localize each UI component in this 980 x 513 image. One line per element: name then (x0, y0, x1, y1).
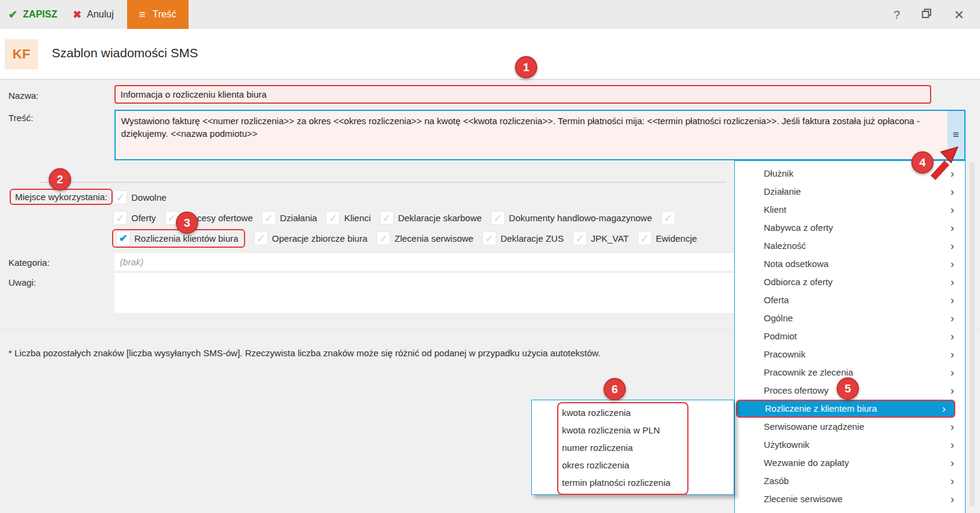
submenu-item[interactable]: numer rozliczenia (532, 439, 734, 456)
close-icon[interactable]: ✕ (953, 8, 964, 21)
nazwa-input[interactable]: Informacja o rozliczeniu klienta biura (114, 85, 931, 104)
annotation-badge-6: 6 (604, 378, 626, 400)
menu-item[interactable]: Nota odsetkowa› (735, 255, 965, 273)
usage-option-dowolne[interactable]: ✓ Dowolne (113, 190, 166, 204)
checkbox-icon[interactable]: ✓ (262, 211, 276, 225)
usage-option[interactable]: ✓ Ewidencje (638, 231, 697, 245)
autotext-submenu: kwota rozliczenia kwota rozliczenia w PL… (531, 400, 734, 495)
usage-row-3: ✔ Rozliczenia klientów biura ✓ Operacje … (112, 229, 697, 248)
tresc-textarea[interactable]: Wystawiono fakturę <<numer rozliczenia>>… (114, 110, 966, 160)
chevron-right-icon: › (950, 255, 954, 273)
checkbox-icon[interactable]: ✓ (254, 231, 268, 245)
nazwa-label: Nazwa: (8, 90, 39, 101)
usage-option[interactable]: ✓ Deklaracje skarbowe (380, 211, 482, 225)
usage-option[interactable]: ✓ Operacje zbiorcze biura (254, 231, 367, 245)
menu-item-selected[interactable]: Rozliczenie z klientem biura› (736, 400, 955, 418)
menu-item[interactable]: Serwisowane urządzenie› (735, 418, 965, 436)
uwagi-label: Uwagi: (8, 277, 36, 288)
x-icon: ✖ (73, 8, 81, 21)
usage-option[interactable]: ✓ Oferty (113, 211, 156, 225)
annotation-badge-2: 2 (49, 168, 71, 190)
save-button-label: ZAPISZ (23, 9, 57, 20)
hamburger-icon: ≡ (947, 129, 964, 141)
window-controls: ? ✕ (894, 8, 980, 21)
checkbox-icon[interactable]: ✓ (573, 231, 587, 245)
chevron-right-icon: › (950, 364, 954, 382)
submenu-item[interactable]: kwota rozliczenia (532, 404, 734, 421)
annotation-badge-1: 1 (515, 56, 537, 78)
menu-item[interactable]: Ogólne› (735, 309, 965, 327)
chevron-right-icon: › (950, 327, 954, 345)
menu-item[interactable]: Oferta› (735, 291, 965, 309)
app-window: ✔ ZAPISZ ✖ Anuluj ≡ Treść ? ✕ KF Szablon… (0, 0, 980, 513)
checkbox-icon[interactable]: ✓ (661, 211, 675, 225)
footnote: * Liczba pozostałych znaków [liczba wysy… (8, 348, 601, 358)
checkbox-icon[interactable]: ✓ (376, 231, 390, 245)
menu-item[interactable]: Klient› (735, 201, 965, 219)
menu-item[interactable]: Podmiot› (735, 327, 965, 345)
chevron-right-icon: › (950, 183, 954, 201)
checkbox-icon[interactable]: ✓ (326, 211, 340, 225)
menu-item[interactable]: Użytkownik› (735, 436, 965, 454)
submenu-item[interactable]: termin płatności rozliczenia (532, 474, 734, 491)
check-icon: ✔ (8, 8, 17, 21)
help-icon[interactable]: ? (894, 9, 900, 20)
usage-option[interactable]: ✓ JPK_VAT (573, 231, 629, 245)
tab-tresc[interactable]: ≡ Treść (127, 0, 189, 29)
miejsce-label: Miejsce wykorzystania: (10, 189, 113, 205)
autotext-context-menu: Dłużnik› Działanie› Klient› Nabywca z of… (734, 160, 966, 513)
checkbox-icon[interactable]: ✓ (380, 211, 394, 225)
menu-item[interactable]: Odbiorca z oferty› (735, 273, 965, 291)
usage-option[interactable]: ✓ Zlecenia serwisowe (376, 231, 473, 245)
annotation-badge-4: 4 (911, 151, 934, 174)
chevron-right-icon: › (950, 418, 954, 436)
kategoria-label: Kategoria: (8, 257, 49, 268)
cancel-button[interactable]: ✖ Anuluj (73, 8, 114, 21)
menu-item[interactable]: Pracownik› (735, 345, 965, 364)
checkbox-icon[interactable]: ✓ (491, 211, 505, 225)
hamburger-icon: ≡ (139, 8, 146, 21)
header: KF Szablon wiadomości SMS (0, 29, 980, 80)
tresc-text[interactable]: Wystawiono fakturę <<numer rozliczenia>>… (116, 111, 946, 159)
menu-item[interactable]: Należność› (735, 237, 965, 255)
usage-option[interactable]: ✓ (661, 211, 679, 225)
checkbox-icon[interactable]: ✓ (638, 231, 652, 245)
restore-window-icon[interactable] (922, 8, 932, 20)
usage-option[interactable]: ✓ Klienci (326, 211, 370, 225)
annotation-badge-3: 3 (176, 212, 198, 234)
usage-option-rozliczenia-klientow-biura[interactable]: ✔ Rozliczenia klientów biura (112, 229, 245, 248)
chevron-right-icon: › (950, 490, 954, 508)
chevron-right-icon: › (942, 401, 946, 417)
chevron-right-icon: › (950, 309, 954, 327)
submenu-item[interactable]: kwota rozliczenia w PLN (532, 421, 734, 439)
chevron-right-icon: › (950, 454, 954, 472)
toolbar: ✔ ZAPISZ ✖ Anuluj ≡ Treść ? ✕ (0, 0, 980, 30)
checkbox-icon[interactable]: ✓ (482, 231, 496, 245)
chevron-right-icon: › (950, 291, 954, 309)
usage-option[interactable]: ✓ Dokumenty handlowo-magazynowe (491, 211, 652, 225)
chevron-right-icon: › (950, 237, 954, 255)
tresc-label: Treść: (8, 113, 33, 123)
usage-option[interactable]: ✓ Działania (262, 211, 317, 225)
app-logo: KF (5, 39, 38, 69)
annotation-badge-5: 5 (837, 377, 859, 400)
page-title: Szablon wiadomości SMS (52, 46, 198, 60)
scrollbar-thumb[interactable] (970, 163, 975, 506)
tab-tresc-label: Treść (152, 9, 176, 20)
usage-option[interactable]: ✓ Deklaracje ZUS (482, 231, 564, 245)
chevron-right-icon: › (950, 382, 954, 400)
menu-item[interactable]: Wezwanie do zapłaty› (735, 454, 965, 472)
checkbox-icon[interactable]: ✓ (113, 211, 127, 225)
checkbox-checked-icon[interactable]: ✔ (116, 231, 130, 245)
chevron-right-icon: › (950, 273, 954, 291)
cancel-button-label: Anuluj (87, 9, 113, 20)
chevron-right-icon: › (950, 436, 954, 454)
submenu-item[interactable]: okres rozliczenia (532, 456, 734, 474)
menu-item[interactable]: Zlecenie serwisowe› (735, 490, 965, 508)
checkbox-icon[interactable]: ✓ (113, 190, 127, 204)
chevron-right-icon: › (950, 201, 954, 219)
save-button[interactable]: ✔ ZAPISZ (8, 8, 57, 21)
menu-item[interactable]: Zasób› (735, 472, 965, 490)
menu-item[interactable]: Nabywca z oferty› (735, 219, 965, 237)
menu-item[interactable]: Działanie› (735, 183, 965, 201)
